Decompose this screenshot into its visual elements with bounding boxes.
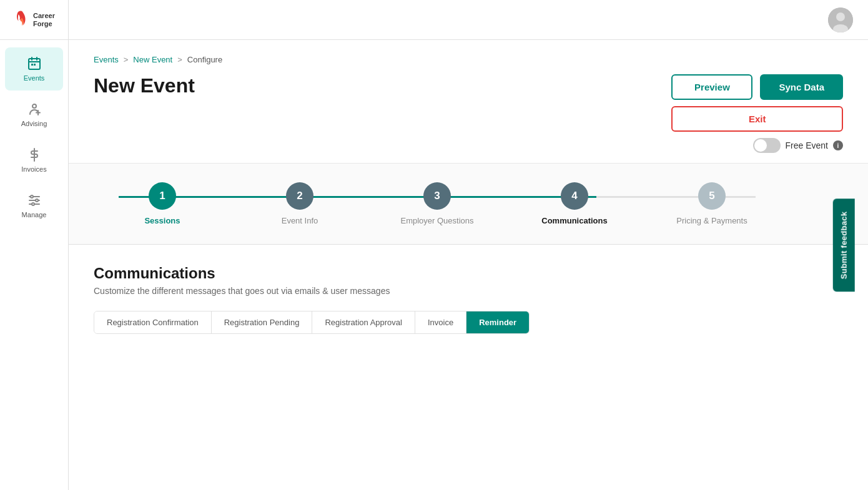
sidebar-item-label-advising: Advising bbox=[21, 120, 47, 127]
sidebar-item-label-invoices: Invoices bbox=[21, 165, 46, 173]
step-label-5: Pricing & Payments bbox=[676, 216, 747, 225]
sidebar-item-manage[interactable]: Manage bbox=[5, 184, 63, 227]
tabs-row: Registration Confirmation Registration P… bbox=[94, 311, 530, 334]
breadcrumb-events[interactable]: Events bbox=[94, 55, 119, 64]
sidebar-item-label-manage: Manage bbox=[22, 211, 47, 218]
preview-button[interactable]: Preview bbox=[671, 74, 752, 100]
main-content: Events > New Event > Configure New Event… bbox=[69, 40, 868, 490]
tab-registration-pending[interactable]: Registration Pending bbox=[212, 311, 313, 333]
topbar bbox=[0, 0, 868, 40]
content-header: Events > New Event > Configure New Event… bbox=[69, 40, 868, 164]
page-title: New Event bbox=[94, 74, 195, 97]
step-circle-4: 4 bbox=[561, 182, 588, 210]
dollar-icon bbox=[27, 147, 42, 162]
flame-icon bbox=[13, 10, 31, 30]
free-event-toggle[interactable] bbox=[753, 138, 781, 153]
breadcrumb-sep-1: > bbox=[124, 55, 129, 64]
section-subtitle: Customize the different messages that go… bbox=[94, 286, 843, 296]
step-3[interactable]: 3 Employer Questions bbox=[368, 182, 506, 225]
step-label-3: Employer Questions bbox=[400, 216, 473, 225]
svg-point-9 bbox=[32, 104, 36, 108]
step-1[interactable]: 1 Sessions bbox=[94, 182, 231, 225]
svg-point-16 bbox=[31, 195, 33, 198]
free-event-info-icon[interactable]: i bbox=[833, 140, 843, 150]
tab-registration-approval[interactable]: Registration Approval bbox=[312, 311, 415, 333]
toggle-row: Free Event i bbox=[753, 138, 843, 153]
steps-list: 1 Sessions 2 Event Info 3 Employer Quest… bbox=[94, 182, 781, 225]
breadcrumb: Events > New Event > Configure bbox=[94, 55, 843, 64]
tab-reminder[interactable]: Reminder bbox=[466, 311, 529, 333]
svg-rect-8 bbox=[34, 64, 36, 66]
step-circle-1: 1 bbox=[149, 182, 176, 210]
steps-container: 1 Sessions 2 Event Info 3 Employer Quest… bbox=[94, 182, 781, 225]
svg-point-1 bbox=[836, 12, 845, 21]
steps-section: 1 Sessions 2 Event Info 3 Employer Quest… bbox=[69, 164, 868, 245]
breadcrumb-new-event[interactable]: New Event bbox=[133, 55, 172, 64]
svg-point-17 bbox=[36, 199, 38, 202]
section-title: Communications bbox=[94, 265, 843, 282]
header-row: New Event Preview Sync Data Exit Free Ev… bbox=[94, 74, 843, 153]
step-circle-3: 3 bbox=[423, 182, 451, 210]
step-label-4: Communications bbox=[541, 216, 607, 225]
sidebar-item-events[interactable]: Events bbox=[5, 47, 63, 91]
svg-rect-7 bbox=[31, 64, 33, 66]
step-5[interactable]: 5 Pricing & Payments bbox=[643, 182, 781, 225]
svg-point-18 bbox=[32, 203, 34, 205]
free-event-label: Free Event bbox=[786, 140, 828, 150]
calendar-icon bbox=[27, 56, 42, 71]
btn-row: Preview Sync Data bbox=[671, 74, 843, 100]
sidebar-nav: Events Advising Invoices bbox=[0, 40, 68, 228]
person-icon bbox=[27, 102, 42, 117]
breadcrumb-sep-2: > bbox=[177, 55, 182, 64]
step-4[interactable]: 4 Communications bbox=[506, 182, 643, 225]
tab-registration-confirmation[interactable]: Registration Confirmation bbox=[94, 311, 212, 333]
sidebar: Career Forge Events bbox=[0, 0, 69, 490]
breadcrumb-configure: Configure bbox=[187, 55, 222, 64]
step-label-1: Sessions bbox=[144, 216, 180, 225]
sliders-icon bbox=[27, 193, 42, 208]
logo-text: Career Forge bbox=[33, 12, 55, 27]
step-circle-2: 2 bbox=[286, 182, 313, 210]
logo: Career Forge bbox=[0, 0, 68, 40]
feedback-button[interactable]: Submit feedback bbox=[833, 198, 855, 292]
step-circle-5: 5 bbox=[698, 182, 726, 210]
header-actions: Preview Sync Data Exit Free Event i bbox=[671, 74, 843, 153]
sync-button[interactable]: Sync Data bbox=[760, 74, 843, 100]
communications-section: Communications Customize the different m… bbox=[69, 245, 868, 354]
tab-invoice[interactable]: Invoice bbox=[415, 311, 466, 333]
sidebar-item-invoices[interactable]: Invoices bbox=[5, 139, 63, 182]
logo-icon: Career Forge bbox=[13, 10, 55, 30]
step-label-2: Event Info bbox=[282, 216, 318, 225]
step-2[interactable]: 2 Event Info bbox=[231, 182, 368, 225]
sidebar-item-advising[interactable]: Advising bbox=[5, 93, 63, 136]
sidebar-item-label-events: Events bbox=[24, 74, 45, 82]
exit-button[interactable]: Exit bbox=[671, 106, 843, 132]
avatar[interactable] bbox=[828, 7, 853, 32]
